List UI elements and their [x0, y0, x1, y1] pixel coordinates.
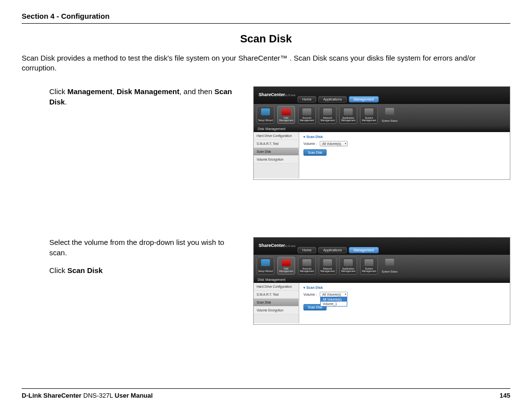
intro-paragraph: Scan Disk provides a method to test the … [22, 53, 510, 73]
screenshot-1: ShareCenterby D-Link Home Applications M… [253, 86, 510, 180]
ss1-section-bar: Disk Management [254, 126, 510, 132]
ss2-volume-dropdown[interactable]: All Volume(s) Volume_1 [320, 297, 347, 307]
ss1-sidebar: Hard Drive Configuration S.M.A.R.T. Test… [254, 132, 299, 178]
footer-left: D-Link ShareCenter DNS-327L User Manual [22, 392, 153, 399]
step1-sep2: , and then [179, 87, 214, 96]
ss1-side-smart[interactable]: S.M.A.R.T. Test [254, 140, 299, 148]
ss2-icon-setup[interactable]: Setup Wizard [257, 257, 274, 274]
ss1-brand: ShareCenterby D-Link [257, 92, 296, 97]
ss2-sidebar: Hard Drive Configuration S.M.A.R.T. Test… [254, 283, 299, 323]
screenshot-2: ShareCenterby D-Link Home Applications M… [253, 237, 510, 325]
step1-sep1: , [112, 87, 116, 96]
ss1-icon-account[interactable]: Account Management [298, 106, 316, 124]
ss2-section-bar: Disk Management [254, 276, 510, 283]
ss2-icon-system[interactable]: System Management [360, 257, 378, 274]
ss2-dd-opt1[interactable]: Volume_1 [321, 302, 346, 306]
ss1-icon-system[interactable]: System Management [360, 106, 378, 124]
ss1-main: ▾ Scan Disk Volume : All Volume(s) Scan … [299, 132, 510, 178]
step1-b1: Management [67, 87, 113, 96]
ss2-icon-account[interactable]: Account Management [298, 257, 316, 274]
page-title: Scan Disk [22, 33, 510, 45]
ss2-volume-label: Volume : [303, 293, 317, 296]
ss2-brand: ShareCenterby D-Link [257, 243, 296, 248]
ss1-icon-application[interactable]: Application Management [339, 106, 357, 124]
step-1: Click Management, Disk Management, and t… [22, 86, 510, 180]
ss2-main: ▾ Scan Disk Volume : All Volume(s) All V… [299, 283, 510, 323]
ss2-tab-home[interactable]: Home [298, 247, 317, 253]
ss2-volume-select[interactable]: All Volume(s) All Volume(s) Volume_1 [320, 292, 347, 297]
ss2-tab-applications[interactable]: Applications [318, 247, 347, 253]
ss2-icon-application[interactable]: Application Management [339, 257, 357, 274]
ss1-side-hdd[interactable]: Hard Drive Configuration [254, 132, 299, 140]
ss2-tab-management[interactable]: Management [349, 247, 379, 253]
ss2-side-smart[interactable]: S.M.A.R.T. Test [254, 291, 299, 299]
ss2-icon-status[interactable]: System Status [381, 257, 399, 274]
ss2-side-scan[interactable]: Scan Disk [254, 299, 299, 307]
ss2-icon-network[interactable]: Network Management [319, 257, 336, 274]
ss1-tab-applications[interactable]: Applications [318, 96, 347, 103]
step1-prefix: Click [49, 87, 67, 96]
ss2-iconrow: Setup Wizard Disk Management Account Man… [254, 255, 510, 276]
ss1-side-enc[interactable]: Volume Encryption [254, 156, 299, 164]
step-1-text: Click Management, Disk Management, and t… [22, 86, 253, 115]
section-header: Section 4 - Configuration [22, 12, 510, 24]
ss1-topbar: ShareCenterby D-Link Home Applications M… [254, 87, 510, 104]
step2-line1: Select the volume from the drop-down lis… [49, 237, 243, 259]
ss1-tab-management[interactable]: Management [349, 96, 379, 103]
ss2-icon-disk[interactable]: Disk Management [277, 257, 295, 274]
footer-page-number: 145 [499, 392, 510, 399]
step1-suffix: . [65, 98, 67, 106]
ss1-scan-button[interactable]: Scan Disk [303, 149, 327, 156]
ss1-panel-title: ▾ Scan Disk [303, 135, 506, 139]
ss1-icon-network[interactable]: Network Management [319, 106, 336, 124]
ss1-icon-disk[interactable]: Disk Management [277, 106, 295, 124]
step2-line2-bold: Scan Disk [67, 266, 103, 274]
step1-b2: Disk Management [117, 87, 180, 96]
step-2: Select the volume from the drop-down lis… [22, 237, 510, 325]
step-2-text: Select the volume from the drop-down lis… [22, 237, 253, 283]
ss2-side-enc[interactable]: Volume Encryption [254, 307, 299, 314]
ss1-side-scan[interactable]: Scan Disk [254, 148, 299, 156]
ss1-icon-setup[interactable]: Setup Wizard [257, 106, 274, 124]
page-footer: D-Link ShareCenter DNS-327L User Manual … [22, 388, 510, 399]
ss2-topbar: ShareCenterby D-Link Home Applications M… [254, 238, 510, 255]
step2-line2-prefix: Click [49, 266, 67, 274]
ss1-volume-label: Volume : [303, 142, 317, 145]
ss2-panel-title: ▾ Scan Disk [303, 286, 506, 290]
ss2-side-hdd[interactable]: Hard Drive Configuration [254, 283, 299, 291]
ss1-tab-home[interactable]: Home [298, 96, 317, 103]
ss1-icon-status[interactable]: System Status [381, 106, 399, 124]
ss1-iconrow: Setup Wizard Disk Management Account Man… [254, 104, 510, 126]
ss2-dd-opt0[interactable]: All Volume(s) [321, 297, 346, 302]
ss1-volume-select[interactable]: All Volume(s) [320, 141, 347, 146]
